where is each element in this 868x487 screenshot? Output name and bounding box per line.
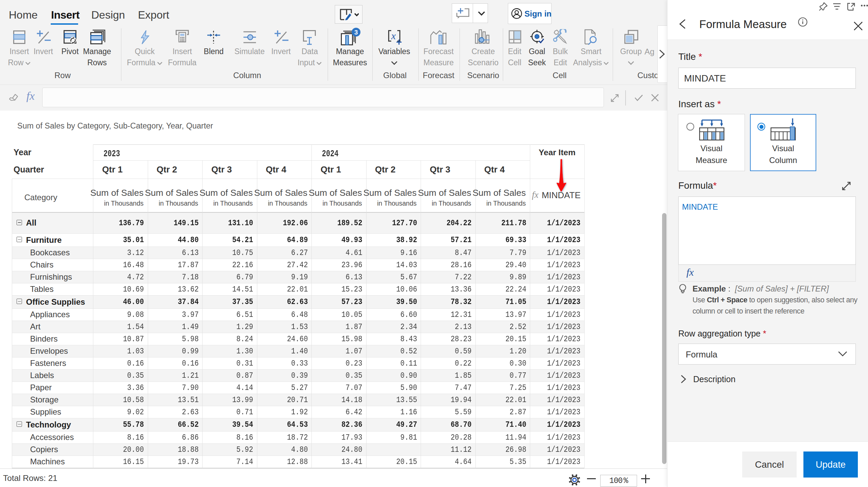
svg-text:x: x — [391, 30, 396, 41]
svg-text:3: 3 — [354, 29, 358, 36]
